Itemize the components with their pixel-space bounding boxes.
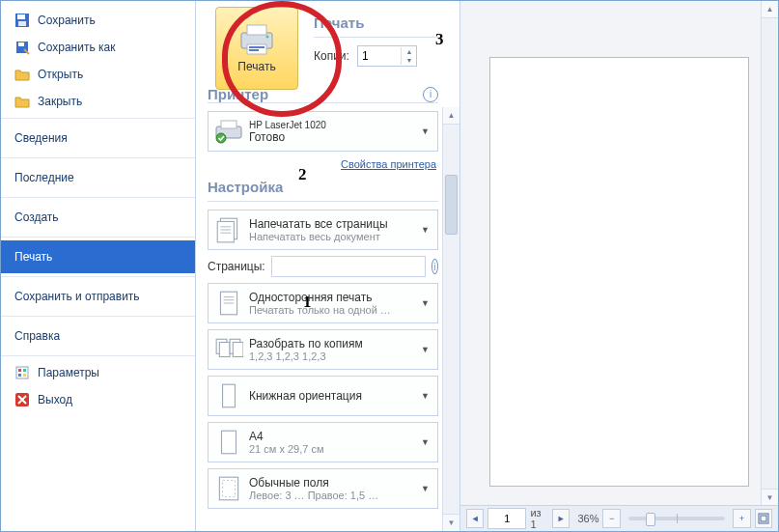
scroll-up-icon[interactable]: ▲ bbox=[762, 1, 778, 18]
portrait-icon bbox=[214, 381, 243, 410]
nav-new[interactable]: Создать bbox=[1, 201, 195, 234]
settings-scrollbar[interactable]: ▲ ▼ bbox=[442, 107, 459, 531]
scroll-down-icon[interactable]: ▼ bbox=[443, 514, 459, 531]
zoom-in-button[interactable]: + bbox=[733, 509, 750, 528]
svg-rect-9 bbox=[23, 374, 26, 377]
printer-icon bbox=[237, 23, 276, 56]
zoom-out-button[interactable]: − bbox=[602, 509, 620, 528]
svg-rect-15 bbox=[249, 49, 259, 51]
nav-label: Справка bbox=[14, 329, 60, 343]
nav-help[interactable]: Справка bbox=[1, 320, 195, 352]
spinner-down[interactable]: ▼ bbox=[402, 56, 417, 65]
copies-input[interactable] bbox=[358, 47, 401, 65]
chevron-down-icon: ▼ bbox=[419, 345, 431, 354]
nav-label: Последние bbox=[14, 171, 74, 184]
nav-label: Выход bbox=[38, 393, 72, 406]
scroll-up-icon[interactable]: ▲ bbox=[443, 107, 459, 125]
spinner-up[interactable]: ▲ bbox=[402, 47, 417, 56]
open-icon bbox=[14, 67, 30, 82]
save-icon bbox=[14, 13, 30, 28]
opt-subtitle: 21 см x 29,7 см bbox=[249, 443, 324, 455]
nav-label: Сохранить и отправить bbox=[14, 290, 140, 303]
svg-rect-1 bbox=[17, 14, 25, 19]
copies-spinner[interactable]: ▲ ▼ bbox=[357, 45, 417, 67]
zoom-slider-thumb[interactable] bbox=[646, 513, 655, 526]
nav-label: Параметры bbox=[38, 366, 99, 379]
nav-print[interactable]: Печать bbox=[1, 240, 195, 273]
section-rule bbox=[314, 37, 438, 38]
chevron-down-icon: ▼ bbox=[419, 298, 431, 308]
nav-save-as[interactable]: Сохранить как bbox=[1, 34, 195, 61]
opt-collate[interactable]: Разобрать по копиям 1,2,3 1,2,3 1,2,3 ▼ bbox=[208, 329, 438, 370]
svg-rect-33 bbox=[223, 384, 236, 407]
fit-page-button[interactable] bbox=[755, 509, 772, 528]
svg-rect-21 bbox=[217, 221, 234, 241]
section-rule bbox=[208, 102, 438, 103]
svg-rect-7 bbox=[23, 369, 26, 372]
svg-point-16 bbox=[266, 36, 269, 39]
pages-input[interactable] bbox=[271, 256, 426, 277]
printer-selector[interactable]: HP LaserJet 1020 Готово ▼ bbox=[208, 111, 438, 152]
nav-exit[interactable]: Выход bbox=[1, 386, 195, 413]
printer-name: HP LaserJet 1020 bbox=[249, 120, 326, 130]
opt-subtitle: Напечатать весь документ bbox=[249, 231, 388, 242]
close-file-icon bbox=[14, 94, 30, 109]
svg-rect-32 bbox=[233, 343, 243, 357]
nav-label: Закрыть bbox=[38, 95, 82, 108]
opt-margins[interactable]: Обычные поля Левое: 3 … Правое: 1,5 … ▼ bbox=[208, 468, 438, 509]
scroll-thumb[interactable] bbox=[445, 175, 458, 235]
collate-icon bbox=[214, 335, 243, 364]
page-number-input[interactable] bbox=[487, 508, 526, 529]
exit-icon bbox=[14, 392, 30, 407]
nav-info[interactable]: Сведения bbox=[1, 122, 195, 154]
zoom-label: 36% bbox=[577, 513, 598, 524]
opt-print-all-pages[interactable]: Напечатать все страницы Напечатать весь … bbox=[208, 210, 438, 250]
pages-label: Страницы: bbox=[208, 260, 265, 273]
svg-rect-12 bbox=[247, 25, 266, 35]
section-rule bbox=[208, 201, 438, 202]
opt-title: A4 bbox=[249, 430, 324, 443]
chevron-down-icon: ▼ bbox=[419, 437, 431, 447]
printer-properties-link[interactable]: Свойства принтера bbox=[341, 158, 436, 170]
zoom-slider[interactable] bbox=[628, 517, 725, 520]
chevron-down-icon: ▼ bbox=[419, 126, 431, 136]
opt-paper-size[interactable]: A4 21 см x 29,7 см ▼ bbox=[208, 422, 438, 462]
backstage-sidebar: Сохранить Сохранить как Открыть Закрыть … bbox=[1, 1, 196, 531]
page-size-icon bbox=[214, 428, 243, 457]
print-preview-panel: ▲ ▼ ◄ из 1 ► 36% − + bbox=[460, 1, 778, 531]
svg-rect-18 bbox=[221, 121, 236, 128]
pages-info-icon[interactable]: i bbox=[431, 259, 438, 274]
prev-page-button[interactable]: ◄ bbox=[466, 509, 484, 528]
opt-one-sided[interactable]: Односторонняя печать Печатать только на … bbox=[208, 283, 438, 323]
nav-separator bbox=[1, 355, 195, 356]
print-button[interactable]: Печать bbox=[215, 7, 298, 90]
nav-save[interactable]: Сохранить bbox=[1, 7, 195, 34]
opt-orientation[interactable]: Книжная ориентация ▼ bbox=[208, 376, 438, 416]
nav-label: Печать bbox=[14, 250, 52, 264]
nav-separator bbox=[1, 157, 195, 158]
svg-rect-38 bbox=[761, 516, 766, 521]
scroll-down-icon[interactable]: ▼ bbox=[762, 489, 778, 506]
svg-rect-30 bbox=[219, 343, 230, 357]
preview-page bbox=[489, 57, 749, 487]
nav-label: Открыть bbox=[38, 68, 83, 81]
svg-rect-6 bbox=[18, 369, 21, 372]
next-page-button[interactable]: ► bbox=[552, 509, 570, 528]
printer-info-icon[interactable]: i bbox=[423, 87, 438, 102]
opt-title: Книжная ориентация bbox=[249, 389, 362, 403]
chevron-down-icon: ▼ bbox=[419, 484, 431, 493]
printer-device-icon bbox=[214, 117, 243, 146]
nav-close[interactable]: Закрыть bbox=[1, 88, 195, 115]
nav-options[interactable]: Параметры bbox=[1, 359, 195, 386]
pages-stack-icon bbox=[214, 215, 243, 244]
nav-label: Создать bbox=[14, 210, 59, 224]
nav-recent[interactable]: Последние bbox=[1, 161, 195, 194]
nav-save-send[interactable]: Сохранить и отправить bbox=[1, 280, 195, 313]
nav-open[interactable]: Открыть bbox=[1, 61, 195, 88]
preview-scrollbar[interactable]: ▲ ▼ bbox=[761, 1, 778, 506]
opt-title: Обычные поля bbox=[249, 476, 378, 490]
print-button-label: Печать bbox=[237, 60, 275, 73]
svg-rect-4 bbox=[18, 42, 24, 46]
save-as-icon bbox=[14, 40, 30, 55]
opt-title: Разобрать по копиям bbox=[249, 337, 363, 350]
